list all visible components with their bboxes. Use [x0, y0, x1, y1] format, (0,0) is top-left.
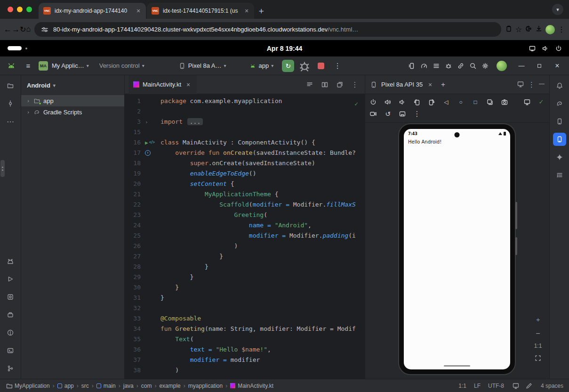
- forward-icon[interactable]: →: [12, 25, 20, 34]
- encoding-widget[interactable]: UTF-8: [488, 383, 504, 389]
- rotate-left-icon[interactable]: [413, 98, 421, 106]
- gutter-icons[interactable]: [144, 344, 160, 355]
- debug-app-button[interactable]: [298, 59, 311, 72]
- volume-up-icon[interactable]: [384, 98, 392, 106]
- desktop-clock[interactable]: Apr 8 19:44: [267, 45, 302, 52]
- chevron-right-icon[interactable]: ›: [26, 109, 31, 115]
- breadcrumb-item[interactable]: com: [141, 383, 152, 389]
- code-line[interactable]: 17↑ override fun onCreate(savedInstanceS…: [125, 148, 365, 158]
- pen-icon[interactable]: [525, 382, 533, 390]
- code-line[interactable]: 22 Scaffold(modifier = Modifier.fillMaxS: [125, 200, 365, 210]
- tab-close-icon[interactable]: ×: [243, 7, 250, 15]
- line-number[interactable]: 30: [125, 282, 144, 293]
- stop-app-button[interactable]: [315, 60, 327, 72]
- logcat-icon[interactable]: [4, 255, 17, 268]
- commit-icon[interactable]: [4, 97, 17, 110]
- code-line[interactable]: 36 text = "Hello $name!",: [125, 344, 365, 355]
- profile-icon[interactable]: [545, 25, 555, 34]
- gutter-icons[interactable]: [144, 127, 160, 137]
- display-mode-icon[interactable]: [517, 80, 524, 89]
- gutter-icons[interactable]: [144, 106, 160, 117]
- android-studio-logo-icon[interactable]: [5, 59, 18, 72]
- downloads-icon[interactable]: [535, 25, 543, 34]
- volume-down-icon[interactable]: [398, 98, 407, 106]
- line-number[interactable]: 28: [125, 262, 144, 272]
- line-number[interactable]: 27: [125, 251, 144, 262]
- editor-area[interactable]: MainActivity.kt × ⋮ 1package com.example…: [125, 75, 365, 379]
- project-view-selector[interactable]: Android ▾: [21, 78, 124, 92]
- code-line[interactable]: 29 }: [125, 272, 365, 282]
- device-mirroring-icon[interactable]: [408, 62, 416, 70]
- line-number[interactable]: 22: [125, 200, 144, 210]
- line-separator-widget[interactable]: LF: [474, 383, 481, 389]
- clipboard-icon[interactable]: [505, 25, 513, 34]
- device-manager-icon[interactable]: [553, 115, 566, 128]
- build-icon[interactable]: [4, 308, 17, 321]
- editor-tab-mainactivity[interactable]: MainActivity.kt ×: [128, 75, 197, 94]
- vcs-selector[interactable]: Version control▾: [99, 62, 144, 69]
- search-icon[interactable]: [469, 62, 477, 70]
- code-line[interactable]: 16▶</>class MainActivity : ComponentActi…: [125, 137, 365, 148]
- zoom-level-label[interactable]: 1:1: [534, 343, 542, 349]
- code-line[interactable]: 34fun Greeting(name: String, modifier: M…: [125, 324, 365, 334]
- run-icon[interactable]: [4, 272, 17, 286]
- line-number[interactable]: 32: [125, 303, 144, 313]
- gutter-icons[interactable]: ▶</>: [144, 137, 160, 148]
- run-config-selector[interactable]: app▾: [249, 62, 274, 70]
- line-number[interactable]: 2: [125, 106, 144, 117]
- breadcrumb-item[interactable]: main: [96, 383, 116, 389]
- browser-tab-active[interactable]: VNC idx-my-android-app-1744140 ×: [39, 3, 146, 19]
- more-h-icon[interactable]: ⋯: [4, 115, 17, 128]
- line-number[interactable]: 26: [125, 241, 144, 251]
- project-selector[interactable]: My Applic…▾: [52, 62, 89, 69]
- indent-widget[interactable]: 4 spaces: [541, 383, 563, 389]
- rotate-right-icon[interactable]: [427, 98, 436, 106]
- more-v-icon[interactable]: ⋮: [349, 79, 361, 91]
- gutter-icons[interactable]: [144, 158, 160, 168]
- project-badge[interactable]: MA: [39, 61, 48, 71]
- nav-back-icon[interactable]: ◁: [442, 98, 450, 106]
- code-line[interactable]: 20 setContent {: [125, 179, 365, 189]
- breadcrumb-item[interactable]: example: [159, 383, 180, 389]
- line-number[interactable]: 23: [125, 210, 144, 220]
- fit-icon[interactable]: [533, 353, 543, 363]
- line-number[interactable]: 31: [125, 293, 144, 303]
- extensions-icon[interactable]: [525, 25, 532, 34]
- line-number[interactable]: 1: [125, 96, 144, 106]
- split-icon[interactable]: [319, 79, 331, 91]
- nav-home-icon[interactable]: ○: [457, 98, 465, 106]
- code-line[interactable]: 28 }: [125, 262, 365, 272]
- code-line[interactable]: 31}: [125, 293, 365, 303]
- gradle-icon[interactable]: [553, 97, 566, 110]
- zoom-window-button[interactable]: [26, 7, 32, 12]
- code-line[interactable]: 21 MyApplicationTheme {: [125, 189, 365, 200]
- code-line[interactable]: 15: [125, 127, 365, 137]
- code-line[interactable]: 1package com.example.myapplication: [125, 96, 365, 106]
- gutter-icons[interactable]: ↑: [144, 148, 160, 158]
- power-icon[interactable]: [369, 98, 377, 106]
- gutter-icons[interactable]: [144, 210, 160, 220]
- hide-icon[interactable]: —: [539, 80, 545, 89]
- line-number[interactable]: 36: [125, 344, 144, 355]
- code-line[interactable]: 30 }: [125, 282, 365, 293]
- gutter-icons[interactable]: [144, 365, 160, 376]
- profile-avatar[interactable]: [497, 61, 507, 71]
- line-number[interactable]: 19: [125, 168, 144, 179]
- close-window-button[interactable]: [8, 7, 13, 12]
- file-list-icon[interactable]: [304, 79, 316, 91]
- main-menu-icon[interactable]: ≡: [22, 59, 35, 72]
- breadcrumb-item[interactable]: src: [81, 383, 89, 389]
- breadcrumb-item[interactable]: app: [57, 383, 74, 389]
- bug-icon[interactable]: [445, 62, 452, 70]
- history-icon[interactable]: ↺: [384, 110, 392, 118]
- detach-icon[interactable]: [334, 79, 346, 91]
- gutter-icons[interactable]: [144, 168, 160, 179]
- project-icon[interactable]: [4, 79, 17, 92]
- gutter-icons[interactable]: [144, 334, 160, 344]
- chevron-right-icon[interactable]: ›: [26, 98, 31, 104]
- gutter-icons[interactable]: ›: [144, 117, 160, 127]
- screen-record-icon[interactable]: [369, 110, 377, 118]
- code-line[interactable]: 38 ): [125, 365, 365, 376]
- gutter-icons[interactable]: [144, 200, 160, 210]
- breadcrumb-item[interactable]: java: [123, 383, 134, 389]
